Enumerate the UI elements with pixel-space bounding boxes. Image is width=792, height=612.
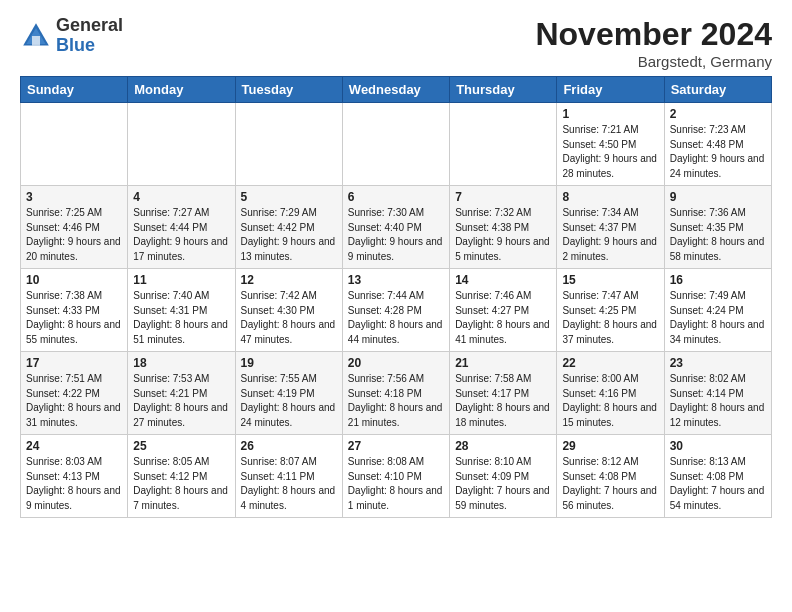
day-info: Sunrise: 7:38 AM Sunset: 4:33 PM Dayligh… [26, 289, 122, 347]
day-info: Sunrise: 7:23 AM Sunset: 4:48 PM Dayligh… [670, 123, 766, 181]
page: General Blue November 2024 Bargstedt, Ge… [0, 0, 792, 528]
day-cell [21, 103, 128, 186]
day-cell: 16Sunrise: 7:49 AM Sunset: 4:24 PM Dayli… [664, 269, 771, 352]
day-number: 3 [26, 190, 122, 204]
day-info: Sunrise: 7:47 AM Sunset: 4:25 PM Dayligh… [562, 289, 658, 347]
day-info: Sunrise: 7:34 AM Sunset: 4:37 PM Dayligh… [562, 206, 658, 264]
week-row-3: 10Sunrise: 7:38 AM Sunset: 4:33 PM Dayli… [21, 269, 772, 352]
day-cell: 10Sunrise: 7:38 AM Sunset: 4:33 PM Dayli… [21, 269, 128, 352]
day-info: Sunrise: 7:49 AM Sunset: 4:24 PM Dayligh… [670, 289, 766, 347]
day-info: Sunrise: 7:46 AM Sunset: 4:27 PM Dayligh… [455, 289, 551, 347]
day-number: 14 [455, 273, 551, 287]
day-info: Sunrise: 7:32 AM Sunset: 4:38 PM Dayligh… [455, 206, 551, 264]
location: Bargstedt, Germany [535, 53, 772, 70]
day-cell: 9Sunrise: 7:36 AM Sunset: 4:35 PM Daylig… [664, 186, 771, 269]
day-info: Sunrise: 7:25 AM Sunset: 4:46 PM Dayligh… [26, 206, 122, 264]
logo-icon [20, 20, 52, 52]
day-header-saturday: Saturday [664, 77, 771, 103]
day-number: 24 [26, 439, 122, 453]
day-cell: 20Sunrise: 7:56 AM Sunset: 4:18 PM Dayli… [342, 352, 449, 435]
day-info: Sunrise: 7:36 AM Sunset: 4:35 PM Dayligh… [670, 206, 766, 264]
day-cell: 11Sunrise: 7:40 AM Sunset: 4:31 PM Dayli… [128, 269, 235, 352]
day-number: 28 [455, 439, 551, 453]
day-cell: 18Sunrise: 7:53 AM Sunset: 4:21 PM Dayli… [128, 352, 235, 435]
day-cell: 1Sunrise: 7:21 AM Sunset: 4:50 PM Daylig… [557, 103, 664, 186]
day-cell: 22Sunrise: 8:00 AM Sunset: 4:16 PM Dayli… [557, 352, 664, 435]
logo: General Blue [20, 16, 123, 56]
day-number: 23 [670, 356, 766, 370]
day-info: Sunrise: 8:10 AM Sunset: 4:09 PM Dayligh… [455, 455, 551, 513]
week-row-5: 24Sunrise: 8:03 AM Sunset: 4:13 PM Dayli… [21, 435, 772, 518]
day-cell: 15Sunrise: 7:47 AM Sunset: 4:25 PM Dayli… [557, 269, 664, 352]
day-number: 29 [562, 439, 658, 453]
day-number: 2 [670, 107, 766, 121]
day-number: 11 [133, 273, 229, 287]
header: General Blue November 2024 Bargstedt, Ge… [20, 16, 772, 70]
day-info: Sunrise: 8:05 AM Sunset: 4:12 PM Dayligh… [133, 455, 229, 513]
title-block: November 2024 Bargstedt, Germany [535, 16, 772, 70]
day-cell: 27Sunrise: 8:08 AM Sunset: 4:10 PM Dayli… [342, 435, 449, 518]
header-row: SundayMondayTuesdayWednesdayThursdayFrid… [21, 77, 772, 103]
day-number: 22 [562, 356, 658, 370]
day-number: 15 [562, 273, 658, 287]
day-cell: 8Sunrise: 7:34 AM Sunset: 4:37 PM Daylig… [557, 186, 664, 269]
week-row-4: 17Sunrise: 7:51 AM Sunset: 4:22 PM Dayli… [21, 352, 772, 435]
day-cell: 23Sunrise: 8:02 AM Sunset: 4:14 PM Dayli… [664, 352, 771, 435]
day-number: 26 [241, 439, 337, 453]
day-info: Sunrise: 8:12 AM Sunset: 4:08 PM Dayligh… [562, 455, 658, 513]
day-cell: 5Sunrise: 7:29 AM Sunset: 4:42 PM Daylig… [235, 186, 342, 269]
logo-text: General Blue [56, 16, 123, 56]
day-cell: 7Sunrise: 7:32 AM Sunset: 4:38 PM Daylig… [450, 186, 557, 269]
day-info: Sunrise: 7:53 AM Sunset: 4:21 PM Dayligh… [133, 372, 229, 430]
day-info: Sunrise: 8:03 AM Sunset: 4:13 PM Dayligh… [26, 455, 122, 513]
svg-rect-2 [32, 36, 40, 46]
day-number: 4 [133, 190, 229, 204]
day-info: Sunrise: 7:56 AM Sunset: 4:18 PM Dayligh… [348, 372, 444, 430]
day-cell [342, 103, 449, 186]
day-cell: 2Sunrise: 7:23 AM Sunset: 4:48 PM Daylig… [664, 103, 771, 186]
day-info: Sunrise: 8:08 AM Sunset: 4:10 PM Dayligh… [348, 455, 444, 513]
day-number: 6 [348, 190, 444, 204]
week-row-2: 3Sunrise: 7:25 AM Sunset: 4:46 PM Daylig… [21, 186, 772, 269]
day-header-wednesday: Wednesday [342, 77, 449, 103]
day-cell: 29Sunrise: 8:12 AM Sunset: 4:08 PM Dayli… [557, 435, 664, 518]
day-info: Sunrise: 7:42 AM Sunset: 4:30 PM Dayligh… [241, 289, 337, 347]
day-cell: 26Sunrise: 8:07 AM Sunset: 4:11 PM Dayli… [235, 435, 342, 518]
day-cell: 28Sunrise: 8:10 AM Sunset: 4:09 PM Dayli… [450, 435, 557, 518]
week-row-1: 1Sunrise: 7:21 AM Sunset: 4:50 PM Daylig… [21, 103, 772, 186]
day-header-monday: Monday [128, 77, 235, 103]
day-number: 20 [348, 356, 444, 370]
day-header-tuesday: Tuesday [235, 77, 342, 103]
day-info: Sunrise: 8:07 AM Sunset: 4:11 PM Dayligh… [241, 455, 337, 513]
day-number: 7 [455, 190, 551, 204]
day-info: Sunrise: 7:27 AM Sunset: 4:44 PM Dayligh… [133, 206, 229, 264]
day-info: Sunrise: 7:21 AM Sunset: 4:50 PM Dayligh… [562, 123, 658, 181]
day-cell: 30Sunrise: 8:13 AM Sunset: 4:08 PM Dayli… [664, 435, 771, 518]
day-info: Sunrise: 7:58 AM Sunset: 4:17 PM Dayligh… [455, 372, 551, 430]
day-cell: 21Sunrise: 7:58 AM Sunset: 4:17 PM Dayli… [450, 352, 557, 435]
logo-general-text: General [56, 16, 123, 36]
day-header-sunday: Sunday [21, 77, 128, 103]
day-cell: 19Sunrise: 7:55 AM Sunset: 4:19 PM Dayli… [235, 352, 342, 435]
day-number: 27 [348, 439, 444, 453]
day-info: Sunrise: 7:29 AM Sunset: 4:42 PM Dayligh… [241, 206, 337, 264]
day-info: Sunrise: 8:00 AM Sunset: 4:16 PM Dayligh… [562, 372, 658, 430]
day-info: Sunrise: 7:51 AM Sunset: 4:22 PM Dayligh… [26, 372, 122, 430]
day-number: 25 [133, 439, 229, 453]
day-number: 18 [133, 356, 229, 370]
month-title: November 2024 [535, 16, 772, 53]
day-cell: 17Sunrise: 7:51 AM Sunset: 4:22 PM Dayli… [21, 352, 128, 435]
day-cell: 3Sunrise: 7:25 AM Sunset: 4:46 PM Daylig… [21, 186, 128, 269]
day-number: 21 [455, 356, 551, 370]
day-info: Sunrise: 8:02 AM Sunset: 4:14 PM Dayligh… [670, 372, 766, 430]
day-cell [128, 103, 235, 186]
day-number: 13 [348, 273, 444, 287]
day-number: 19 [241, 356, 337, 370]
day-number: 9 [670, 190, 766, 204]
day-cell: 13Sunrise: 7:44 AM Sunset: 4:28 PM Dayli… [342, 269, 449, 352]
day-info: Sunrise: 7:55 AM Sunset: 4:19 PM Dayligh… [241, 372, 337, 430]
calendar: SundayMondayTuesdayWednesdayThursdayFrid… [20, 76, 772, 518]
day-cell: 4Sunrise: 7:27 AM Sunset: 4:44 PM Daylig… [128, 186, 235, 269]
day-number: 10 [26, 273, 122, 287]
day-number: 12 [241, 273, 337, 287]
